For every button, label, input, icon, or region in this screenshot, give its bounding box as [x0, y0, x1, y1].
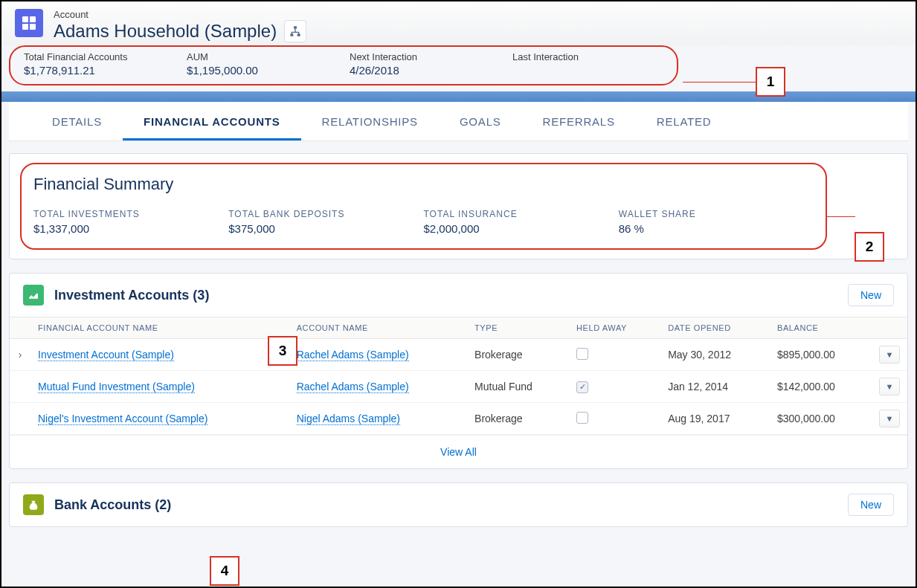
account-name-link[interactable]: Rachel Adams (Sample)	[289, 339, 467, 371]
held-away-cell	[569, 371, 660, 403]
row-action-cell: ▼	[872, 403, 907, 435]
bank-accounts-card: Bank Accounts (2) New	[9, 482, 908, 527]
kpi-aum: AUM $1,195,000.00	[181, 51, 344, 77]
kpi-label: AUM	[187, 51, 338, 62]
account-name-link[interactable]: Rachel Adams (Sample)	[289, 371, 467, 403]
row-action-cell: ▼	[872, 371, 907, 403]
col-type: TYPE	[467, 317, 569, 339]
kpi-value: $1,195,000.00	[187, 64, 338, 77]
callout-line	[826, 216, 855, 217]
table-row: Mutual Fund Investment (Sample)Rachel Ad…	[10, 371, 907, 403]
kpi-last-interaction: Last Interaction	[506, 51, 669, 77]
balance-cell: $300,000.00	[770, 403, 872, 435]
kpi-label: Last Interaction	[512, 51, 663, 62]
investment-accounts-table: FINANCIAL ACCOUNT NAME ACCOUNT NAME TYPE…	[10, 317, 907, 435]
svg-rect-2	[22, 24, 28, 30]
header-text: Account Adams Household (Sample)	[54, 9, 306, 42]
kpi-value: 4/26/2018	[350, 64, 501, 77]
fs-total-insurance: TOTAL INSURANCE $2,000,000	[424, 209, 619, 235]
bank-accounts-title: Bank Accounts (2)	[54, 497, 171, 513]
fs-wallet-share: WALLET SHARE 86 %	[619, 209, 814, 235]
hierarchy-icon	[289, 25, 301, 37]
checkbox-icon	[576, 412, 588, 424]
date-opened-cell: Aug 19, 2017	[660, 403, 770, 435]
table-row: Nigel's Investment Account (Sample)Nigel…	[10, 403, 907, 435]
financial-summary-inner: Financial Summary TOTAL INVESTMENTS $1,3…	[20, 163, 827, 250]
col-held-away: HELD AWAY	[569, 317, 660, 339]
svg-rect-3	[30, 24, 36, 30]
date-opened-cell: May 30, 2012	[660, 339, 770, 371]
balance-cell: $142,000.00	[770, 371, 872, 403]
type-cell: Brokerage	[467, 339, 569, 371]
fs-total-investments: TOTAL INVESTMENTS $1,337,000	[33, 209, 228, 235]
fs-total-bank-deposits: TOTAL BANK DEPOSITS $375,000	[228, 209, 423, 235]
investment-accounts-card: Investment Accounts (3) New FINANCIAL AC…	[9, 273, 908, 469]
balance-cell: $895,000.00	[770, 339, 872, 371]
fs-value: 86 %	[619, 222, 814, 235]
new-investment-button[interactable]: New	[848, 284, 894, 306]
account-name-link[interactable]: Nigel Adams (Sample)	[289, 403, 467, 435]
expand-row-icon[interactable]	[10, 403, 30, 435]
fs-value: $2,000,000	[424, 222, 619, 235]
tab-details[interactable]: DETAILS	[31, 102, 123, 140]
tab-relationships[interactable]: RELATIONSHIPS	[301, 102, 439, 140]
new-bank-account-button[interactable]: New	[848, 494, 894, 516]
expand-row-icon[interactable]	[10, 371, 30, 403]
date-opened-cell: Jan 12, 2014	[660, 371, 770, 403]
tab-related[interactable]: RELATED	[636, 102, 733, 140]
tab-financial-accounts[interactable]: FINANCIAL ACCOUNTS	[123, 102, 301, 140]
svg-rect-1	[30, 16, 36, 22]
kpi-next-interaction: Next Interaction 4/26/2018	[344, 51, 506, 77]
record-title: Adams Household (Sample)	[54, 21, 277, 42]
highlights-box: Total Financial Accounts $1,778,911.21 A…	[9, 45, 678, 85]
col-financial-account-name: FINANCIAL ACCOUNT NAME	[30, 317, 289, 339]
col-date-opened: DATE OPENED	[660, 317, 770, 339]
expand-row-icon[interactable]: ›	[10, 339, 30, 371]
hierarchy-button[interactable]	[284, 20, 306, 42]
svg-rect-4	[294, 26, 297, 28]
row-action-menu[interactable]: ▼	[879, 378, 900, 395]
row-action-menu[interactable]: ▼	[879, 346, 900, 364]
callout-line	[683, 82, 757, 83]
investment-accounts-header: Investment Accounts (3) New	[10, 274, 907, 317]
row-action-cell: ▼	[872, 339, 907, 371]
view-all-link[interactable]: View All	[10, 435, 907, 468]
tab-referrals[interactable]: REFERRALS	[522, 102, 636, 140]
table-header-row: FINANCIAL ACCOUNT NAME ACCOUNT NAME TYPE…	[10, 317, 907, 339]
svg-rect-6	[297, 33, 300, 36]
object-label: Account	[54, 9, 306, 20]
kpi-total-financial-accounts: Total Financial Accounts $1,778,911.21	[18, 51, 181, 77]
fs-value: $1,337,000	[33, 222, 228, 235]
svg-rect-0	[22, 16, 28, 22]
financial-account-link[interactable]: Mutual Fund Investment (Sample)	[30, 371, 289, 403]
content-area: Financial Summary TOTAL INVESTMENTS $1,3…	[1, 141, 916, 527]
tabset: DETAILS FINANCIAL ACCOUNTS RELATIONSHIPS…	[9, 102, 908, 141]
type-cell: Brokerage	[467, 403, 569, 435]
financial-summary-row: TOTAL INVESTMENTS $1,337,000 TOTAL BANK …	[33, 209, 814, 235]
kpi-value: $1,778,911.21	[24, 64, 175, 77]
svg-rect-5	[290, 33, 293, 36]
callout-1: 1	[756, 67, 785, 97]
kpi-label: Next Interaction	[350, 51, 501, 62]
table-row: ›Investment Account (Sample)Rachel Adams…	[10, 339, 907, 371]
row-action-menu[interactable]: ▼	[879, 410, 900, 427]
account-icon	[15, 9, 43, 37]
checkbox-icon	[576, 381, 588, 393]
type-cell: Mutual Fund	[467, 371, 569, 403]
col-account-name: ACCOUNT NAME	[289, 317, 467, 339]
callout-3: 3	[268, 336, 297, 366]
col-balance: BALANCE	[770, 317, 872, 339]
financial-summary-title: Financial Summary	[33, 175, 814, 194]
chart-icon	[23, 285, 44, 306]
callout-4: 4	[210, 556, 239, 586]
held-away-cell	[569, 403, 660, 435]
held-away-cell	[569, 339, 660, 371]
financial-account-link[interactable]: Investment Account (Sample)	[30, 339, 289, 371]
money-bag-icon	[23, 494, 44, 515]
fs-label: TOTAL INSURANCE	[424, 209, 619, 219]
financial-account-link[interactable]: Nigel's Investment Account (Sample)	[30, 403, 289, 435]
tab-goals[interactable]: GOALS	[439, 102, 522, 140]
fs-label: TOTAL INVESTMENTS	[33, 209, 228, 219]
fs-label: TOTAL BANK DEPOSITS	[228, 209, 423, 219]
title-row: Adams Household (Sample)	[54, 20, 306, 42]
